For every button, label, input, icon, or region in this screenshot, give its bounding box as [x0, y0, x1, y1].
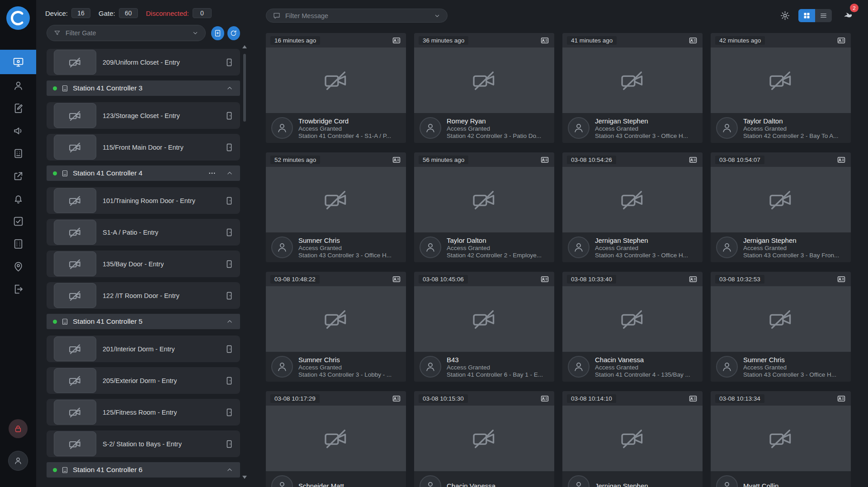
- id-card-icon[interactable]: [688, 156, 698, 164]
- event-card[interactable]: 03-08 10:45:06 B43 Access Granted Statio…: [414, 272, 554, 382]
- id-card-icon[interactable]: [392, 156, 401, 164]
- camera-offline-icon: [619, 67, 646, 94]
- gate-item[interactable]: 205/Exterior Dorm - Entry: [47, 367, 240, 394]
- gate-item[interactable]: 122 /IT Room Door - Entry: [47, 282, 240, 309]
- nav-personnel[interactable]: [0, 74, 36, 97]
- sidebar-scrollbar[interactable]: [242, 45, 247, 479]
- nav-tasks[interactable]: [0, 210, 36, 232]
- event-card[interactable]: 56 minutes ago Taylor Dalton Access Gran…: [414, 152, 554, 262]
- event-card[interactable]: 16 minutes ago Trowbridge Cord Access Gr…: [266, 33, 406, 143]
- gate-item[interactable]: 125/Fitness Room - Entry: [47, 399, 240, 426]
- nav-records[interactable]: [0, 97, 36, 119]
- door-icon[interactable]: [225, 291, 234, 300]
- door-icon[interactable]: [225, 58, 234, 67]
- door-icon[interactable]: [225, 260, 234, 269]
- door-icon[interactable]: [225, 345, 234, 354]
- event-card[interactable]: 03-08 10:54:07 Jernigan Stephen Access G…: [711, 152, 851, 262]
- chevron-up-icon[interactable]: [226, 84, 234, 92]
- scroll-down-arrow[interactable]: [242, 476, 247, 479]
- event-card[interactable]: 36 minutes ago Romey Ryan Access Granted…: [414, 33, 554, 143]
- refresh-gates-button[interactable]: [227, 26, 241, 40]
- id-card-icon[interactable]: [688, 275, 698, 284]
- chevron-up-icon[interactable]: [226, 169, 234, 177]
- door-icon[interactable]: [225, 143, 234, 152]
- event-card[interactable]: 03-08 10:32:53 Sumner Chris Access Grant…: [711, 272, 851, 382]
- controller-group[interactable]: Station 41 Controller 4: [47, 165, 240, 181]
- id-card-icon[interactable]: [540, 394, 550, 403]
- nav-export[interactable]: [0, 165, 36, 187]
- nav-announcements[interactable]: [0, 119, 36, 142]
- event-card[interactable]: 03-08 10:13:34 Myatt Collin: [711, 391, 851, 487]
- person-icon: [276, 361, 288, 373]
- gate-item[interactable]: S1-A / Patio - Entry: [47, 219, 240, 246]
- id-card-icon[interactable]: [836, 156, 846, 164]
- id-card-icon[interactable]: [688, 36, 698, 45]
- door-icon[interactable]: [225, 408, 234, 417]
- event-card[interactable]: 03-08 10:17:29 Schneider Matt: [266, 391, 406, 487]
- device-stats: Device: 16 Gate: 60 Disconnected: 0: [45, 8, 220, 18]
- nav-doors[interactable]: [0, 278, 36, 300]
- notifications-button[interactable]: 2: [840, 9, 854, 22]
- id-card-icon[interactable]: [540, 156, 550, 164]
- nav-locations[interactable]: [0, 255, 36, 278]
- nav-alerts[interactable]: [0, 187, 36, 210]
- event-card-footer: Jernigan Stephen Access Granted Station …: [711, 232, 851, 262]
- nav-devices[interactable]: [0, 142, 36, 165]
- event-card[interactable]: 52 minutes ago Sumner Chris Access Grant…: [266, 152, 406, 262]
- door-icon[interactable]: [225, 111, 234, 120]
- group-menu-icon[interactable]: [208, 169, 216, 177]
- filter-message-select[interactable]: Filter Message: [266, 9, 448, 23]
- door-icon[interactable]: [225, 228, 234, 237]
- id-card-icon[interactable]: [540, 36, 550, 45]
- nav-keypad[interactable]: [0, 232, 36, 255]
- controller-group[interactable]: Station 41 Controller 3: [47, 80, 240, 96]
- chevron-up-icon[interactable]: [226, 317, 234, 326]
- grid-view-button[interactable]: [798, 9, 815, 22]
- gate-item[interactable]: 115/Front Main Door - Entry: [47, 134, 240, 161]
- gate-item[interactable]: S-2/ Station to Bays - Entry: [47, 430, 240, 457]
- controller-group[interactable]: Station 41 Controller 5: [47, 314, 240, 329]
- camera-offline-icon: [619, 187, 646, 213]
- gate-item[interactable]: 209/Uniform Closet - Entry: [47, 49, 240, 76]
- user-profile-button[interactable]: [8, 451, 28, 471]
- nav-monitoring[interactable]: [0, 50, 36, 74]
- id-card-icon[interactable]: [688, 394, 698, 403]
- event-card[interactable]: 03-08 10:15:30 Chacin Vanessa: [414, 391, 554, 487]
- snapshot-placeholder: [414, 47, 554, 113]
- scroll-up-arrow[interactable]: [242, 45, 247, 48]
- chevron-up-icon[interactable]: [226, 466, 234, 474]
- camera-offline-icon: [323, 306, 349, 332]
- gate-item[interactable]: 135/Bay Door - Entry: [47, 251, 240, 277]
- camera-offline-thumb: [54, 220, 96, 245]
- event-location: Station 41 Controller 6 - Bay 1 - E...: [447, 371, 543, 378]
- settings-button[interactable]: [780, 10, 790, 21]
- door-icon[interactable]: [225, 196, 234, 205]
- event-card[interactable]: 03-08 10:33:40 Chacin Vanessa Access Gra…: [562, 272, 703, 382]
- id-card-icon[interactable]: [836, 394, 846, 403]
- gate-item[interactable]: 201/Interior Dorm - Entry: [47, 336, 240, 362]
- filter-gate-input[interactable]: Filter Gate: [47, 25, 206, 41]
- id-card-icon[interactable]: [392, 394, 401, 403]
- list-view-button[interactable]: [815, 9, 832, 22]
- event-location: Station 43 Controller 3 - Office H...: [595, 252, 688, 259]
- id-card-icon[interactable]: [392, 36, 401, 45]
- id-card-icon[interactable]: [836, 275, 846, 284]
- export-gates-button[interactable]: [211, 26, 224, 40]
- door-icon[interactable]: [225, 440, 234, 449]
- id-card-icon[interactable]: [540, 275, 550, 284]
- event-card[interactable]: 03-08 10:48:22 Sumner Chris Access Grant…: [266, 272, 406, 382]
- event-card-footer: Myatt Collin: [711, 471, 851, 487]
- event-card[interactable]: 03-08 10:54:26 Jernigan Stephen Access G…: [562, 152, 703, 262]
- gate-item[interactable]: 123/Storage Closet - Entry: [47, 102, 240, 129]
- gate-item[interactable]: 101/Training Room Door - Entry: [47, 187, 240, 214]
- controller-group[interactable]: Station 41 Controller 6: [47, 462, 240, 478]
- id-card-icon[interactable]: [392, 275, 401, 284]
- event-card[interactable]: 03-08 10:14:10 Jernigan Stephen: [562, 391, 703, 487]
- event-card[interactable]: 41 minutes ago Jernigan Stephen Access G…: [562, 33, 703, 143]
- door-icon[interactable]: [225, 376, 234, 385]
- gate-sidebar-header: Filter Gate: [47, 25, 240, 41]
- scrollbar-thumb[interactable]: [243, 54, 246, 122]
- id-card-icon[interactable]: [836, 36, 846, 45]
- lockdown-button[interactable]: [9, 419, 28, 438]
- event-card[interactable]: 42 minutes ago Taylor Dalton Access Gran…: [711, 33, 851, 143]
